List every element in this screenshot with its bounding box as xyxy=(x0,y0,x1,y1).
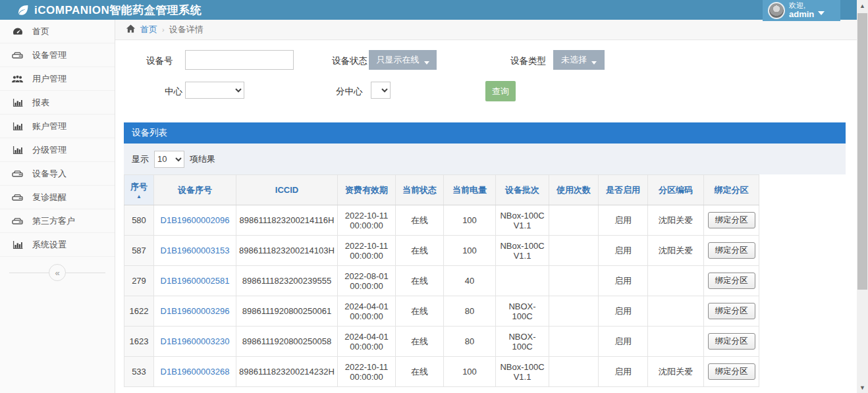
status-cell: 在线 xyxy=(396,266,444,296)
seq-cell: 1622 xyxy=(124,296,154,327)
batch-cell: NBOX-100C xyxy=(496,327,549,357)
expire-cell: 2022-10-11 00:00:00 xyxy=(338,236,396,266)
use-count-cell xyxy=(549,357,599,387)
sidebar-item-revisit-reminder[interactable]: 复诊提醒 xyxy=(0,186,115,209)
battery-cell: 40 xyxy=(444,266,496,296)
sidebar-collapse-button[interactable]: « xyxy=(49,264,66,281)
column-header[interactable]: 绑定分区 xyxy=(704,175,759,205)
bind-cell: 绑定分区 xyxy=(704,266,759,296)
sidebar-item-label: 账户管理 xyxy=(32,120,67,132)
sidebar-item-account-mgmt[interactable]: 账户管理 xyxy=(0,115,115,138)
users-icon xyxy=(11,74,24,84)
device-serial-link[interactable]: D1B19600003296 xyxy=(161,306,230,316)
enabled-cell: 启用 xyxy=(599,296,648,327)
device-status-label: 设备状态 xyxy=(332,55,367,67)
device-serial-link[interactable]: D1B19600002096 xyxy=(161,215,230,225)
sidebar-item-report[interactable]: 报表 xyxy=(0,91,115,115)
enabled-cell: 启用 xyxy=(599,236,648,266)
table-row: 580D1B196000020968986111823200214116H202… xyxy=(124,205,759,236)
column-header[interactable]: 分区编码 xyxy=(648,175,704,205)
battery-cell: 80 xyxy=(444,327,496,357)
bind-partition-button[interactable]: 绑定分区 xyxy=(708,242,755,259)
subcenter-select[interactable] xyxy=(371,82,391,99)
device-serial-link[interactable]: D1B19600003268 xyxy=(161,367,230,377)
scrollbar-thumb[interactable] xyxy=(857,13,867,290)
table-row: 533D1B196000032688986111823200214232H202… xyxy=(124,357,759,387)
bind-partition-button[interactable]: 绑定分区 xyxy=(708,333,755,350)
column-header[interactable]: 序号▲ xyxy=(124,175,154,205)
column-header[interactable]: 设备序号 xyxy=(154,175,236,205)
partition-code-cell: 沈阳关爱 xyxy=(648,205,704,236)
seq-cell: 533 xyxy=(124,357,154,387)
chart-icon xyxy=(11,122,24,131)
column-header[interactable]: 当前状态 xyxy=(396,175,444,205)
sidebar-menu: 首页设备管理用户管理报表账户管理分级管理设备导入复诊提醒第三方客户系统设置 xyxy=(0,20,115,257)
sidebar-item-device-import[interactable]: 设备导入 xyxy=(0,162,115,186)
breadcrumb-separator: › xyxy=(162,26,165,34)
sidebar-item-third-party[interactable]: 第三方客户 xyxy=(0,209,115,233)
hdd-icon xyxy=(11,193,24,202)
iccid-cell: 8986111823200214103H xyxy=(236,236,338,266)
scroll-down-icon[interactable]: ▼ xyxy=(857,382,868,393)
sidebar-item-home[interactable]: 首页 xyxy=(0,20,115,43)
breadcrumb-home-link[interactable]: 首页 xyxy=(140,24,157,36)
bind-cell: 绑定分区 xyxy=(704,357,759,387)
expire-cell: 2022-08-01 00:00:00 xyxy=(338,266,396,296)
sidebar-item-device-mgmt[interactable]: 设备管理 xyxy=(0,43,115,67)
column-header[interactable]: 使用次数 xyxy=(549,175,599,205)
column-header[interactable]: 是否启用 xyxy=(599,175,648,205)
device-table: 序号▲设备序号ICCID资费有效期当前状态当前电量设备批次使用次数是否启用分区编… xyxy=(124,174,759,387)
bind-partition-button[interactable]: 绑定分区 xyxy=(708,303,755,319)
scroll-up-icon[interactable]: ▲ xyxy=(857,0,868,11)
chart-icon xyxy=(11,98,24,107)
subcenter-label: 分中心 xyxy=(336,86,363,97)
dashboard-icon xyxy=(11,27,24,36)
iccid-cell: 8986111823200214116H xyxy=(236,205,338,236)
seq-cell: 279 xyxy=(124,266,154,296)
sidebar-item-label: 分级管理 xyxy=(32,144,67,156)
sidebar-item-label: 用户管理 xyxy=(32,73,67,85)
chart-icon xyxy=(11,240,24,249)
breadcrumb-current: 设备详情 xyxy=(169,24,203,36)
app-brand: iCOMPANION智能药盒管理系统 xyxy=(16,0,202,20)
length-suffix: 项结果 xyxy=(190,153,215,165)
bind-partition-button[interactable]: 绑定分区 xyxy=(708,363,755,380)
bind-cell: 绑定分区 xyxy=(704,205,759,236)
device-serial-link[interactable]: D1B19600003230 xyxy=(161,336,230,346)
column-header[interactable]: ICCID xyxy=(236,175,338,205)
device-serial-link[interactable]: D1B19600002581 xyxy=(161,276,230,286)
device-status-dropdown[interactable]: 只显示在线 xyxy=(369,50,437,70)
partition-code-cell: 沈阳关爱 xyxy=(648,357,704,387)
bind-partition-button[interactable]: 绑定分区 xyxy=(708,273,755,289)
panel-title: 设备列表 xyxy=(124,122,846,144)
main-content: 首页 › 设备详情 设备号 设备状态 只显示在线 设备类型 未选择 中心 分中心… xyxy=(115,20,857,393)
use-count-cell xyxy=(549,296,599,327)
user-menu[interactable]: 欢迎,admin xyxy=(763,0,840,21)
batch-cell: NBox-100C V1.1 xyxy=(496,236,549,266)
iccid-cell: 8986111920800250061 xyxy=(236,296,338,327)
column-header[interactable]: 资费有效期 xyxy=(338,175,396,205)
partition-code-cell xyxy=(648,296,704,327)
sidebar-item-system-settings[interactable]: 系统设置 xyxy=(0,233,115,257)
sidebar-item-label: 复诊提醒 xyxy=(32,192,67,203)
batch-cell: NBOX-100C xyxy=(496,296,549,327)
sidebar-item-level-mgmt[interactable]: 分级管理 xyxy=(0,138,115,162)
use-count-cell xyxy=(549,205,599,236)
status-cell: 在线 xyxy=(396,357,444,387)
search-button[interactable]: 查询 xyxy=(485,81,516,101)
center-select[interactable] xyxy=(185,82,244,99)
serial-cell: D1B19600003296 xyxy=(154,296,236,327)
serial-cell: D1B19600002096 xyxy=(154,205,236,236)
column-header[interactable]: 设备批次 xyxy=(496,175,549,205)
device-type-dropdown[interactable]: 未选择 xyxy=(553,50,605,70)
sidebar-item-user-mgmt[interactable]: 用户管理 xyxy=(0,67,115,91)
bind-partition-button[interactable]: 绑定分区 xyxy=(708,212,755,228)
device-serial-link[interactable]: D1B19600003153 xyxy=(161,246,230,255)
device-no-input[interactable] xyxy=(185,50,294,70)
column-header[interactable]: 当前电量 xyxy=(444,175,496,205)
seq-cell: 580 xyxy=(124,205,154,236)
batch-cell xyxy=(496,266,549,296)
vertical-scrollbar[interactable]: ▲ ▼ xyxy=(857,0,868,393)
battery-cell: 80 xyxy=(444,296,496,327)
page-length-select[interactable]: 10 xyxy=(154,151,184,168)
